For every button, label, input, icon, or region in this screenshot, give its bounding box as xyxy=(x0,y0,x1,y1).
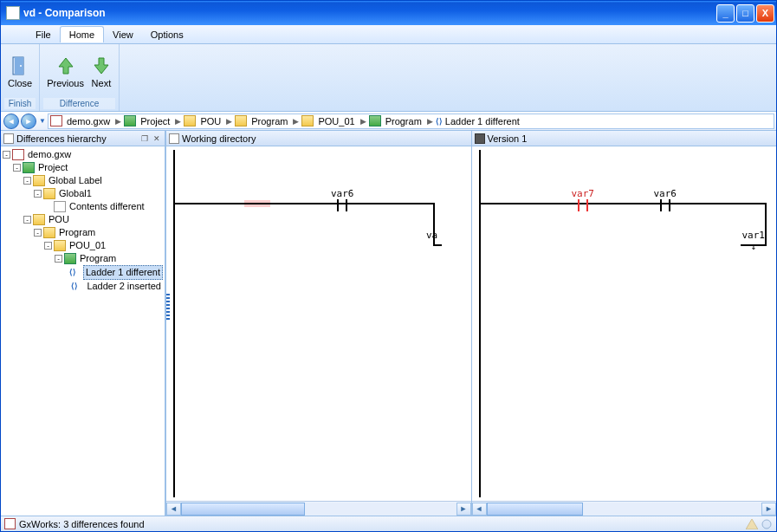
arrow-up-icon xyxy=(55,55,76,76)
project-icon xyxy=(124,115,136,127)
ladder-icon: ⟨⟩ xyxy=(436,117,443,126)
status-text: GxWorks: 3 differences found xyxy=(19,519,145,529)
tree-expander[interactable]: - xyxy=(34,190,42,198)
breadcrumb-bar: ◄ ► ▼ demo.gxw▶ Project▶ POU▶ Program▶ P… xyxy=(1,112,776,131)
door-close-icon xyxy=(10,55,30,76)
menu-file[interactable]: File xyxy=(27,27,60,42)
folder-icon xyxy=(301,115,314,127)
tree-item[interactable]: POU xyxy=(47,213,71,226)
ladder-contact: var6 xyxy=(331,188,354,211)
close-window-button[interactable]: X xyxy=(756,4,774,23)
tree-expander[interactable]: - xyxy=(3,151,10,159)
tree-expander[interactable]: - xyxy=(34,229,42,237)
warning-icon xyxy=(746,519,758,529)
breadcrumb-item[interactable]: Program xyxy=(383,116,424,127)
tree-item[interactable]: demo.gxw xyxy=(26,148,73,161)
folder-icon xyxy=(235,115,247,127)
breadcrumb-item[interactable]: Ladder 1 different xyxy=(443,116,522,127)
right-hscrollbar[interactable]: ◄ ► xyxy=(472,501,777,516)
breadcrumb-item[interactable]: POU xyxy=(197,116,223,127)
tree-item[interactable]: Program xyxy=(57,226,97,239)
tree-expander[interactable]: - xyxy=(55,255,62,263)
tree-item[interactable]: Contents different xyxy=(68,200,146,213)
ladder-icon: ⟨⟩ xyxy=(71,281,83,292)
folder-icon xyxy=(43,227,55,238)
scroll-right-button[interactable]: ► xyxy=(456,503,471,516)
info-icon xyxy=(761,519,773,529)
tree-item[interactable]: Project xyxy=(36,161,69,174)
breadcrumb-item[interactable]: Program xyxy=(249,116,290,127)
file-icon xyxy=(12,149,24,160)
breadcrumb-item[interactable]: POU_01 xyxy=(315,116,357,127)
menu-view[interactable]: View xyxy=(104,27,142,42)
tree-item[interactable]: POU_01 xyxy=(68,239,107,252)
app-icon xyxy=(6,6,20,20)
program-icon xyxy=(64,253,76,264)
svg-rect-1 xyxy=(15,57,23,75)
arrow-down-icon xyxy=(91,55,112,76)
svg-point-2 xyxy=(20,65,22,67)
tree-expander[interactable]: - xyxy=(44,242,52,250)
left-hscrollbar[interactable]: ◄ ► xyxy=(166,501,471,516)
right-pane-header[interactable]: Version 1 xyxy=(472,131,777,146)
tree-pane: Differences hierarchy ❐ ✕ -demo.gxw -Pro… xyxy=(1,131,165,516)
left-pane-header[interactable]: Working directory xyxy=(166,131,471,146)
folder-icon xyxy=(43,188,55,199)
menu-home[interactable]: Home xyxy=(60,26,104,42)
tree-pane-title: Differences hierarchy xyxy=(16,133,107,144)
tree-item[interactable]: Ladder 2 inserted xyxy=(85,280,163,293)
right-ladder-canvas[interactable]: var7 var6 var1 ↓ xyxy=(472,146,777,501)
hierarchy-icon xyxy=(3,133,14,144)
left-compare-pane: Working directory var6 va xyxy=(165,131,471,516)
scroll-left-button[interactable]: ◄ xyxy=(472,503,487,516)
next-button[interactable]: Next xyxy=(87,54,115,90)
folder-icon xyxy=(33,175,45,186)
folder-icon xyxy=(184,115,196,127)
ladder-output: var1 ↓ xyxy=(742,230,766,252)
status-icon xyxy=(4,518,16,529)
folder-icon xyxy=(33,214,45,225)
previous-button[interactable]: Previous xyxy=(43,54,87,90)
statusbar: GxWorks: 3 differences found xyxy=(1,516,776,531)
scroll-left-button[interactable]: ◄ xyxy=(166,503,181,516)
ladder-icon: ⟨⟩ xyxy=(69,267,81,278)
left-ladder-canvas[interactable]: var6 va xyxy=(166,146,471,501)
menu-options[interactable]: Options xyxy=(142,27,192,42)
right-pane-title: Version 1 xyxy=(488,133,528,144)
nav-back-button[interactable]: ◄ xyxy=(3,114,19,129)
pane-dock-button[interactable]: ❐ xyxy=(139,133,150,144)
folder-icon xyxy=(169,133,179,144)
tree-expander[interactable]: - xyxy=(23,216,31,224)
titlebar[interactable]: vd - Comparison _ □ X xyxy=(1,1,776,25)
maximize-button[interactable]: □ xyxy=(736,4,754,23)
ribbon-group-label: Difference xyxy=(43,98,115,109)
file-icon xyxy=(50,115,62,127)
scroll-right-button[interactable]: ► xyxy=(761,503,776,516)
window-title: vd - Comparison xyxy=(23,7,716,19)
right-compare-pane: Version 1 var7 var6 v xyxy=(471,131,777,516)
svg-point-3 xyxy=(762,520,771,529)
disk-icon xyxy=(475,133,485,144)
breadcrumb[interactable]: demo.gxw▶ Project▶ POU▶ Program▶ POU_01▶… xyxy=(48,114,774,129)
compare-area: Working directory var6 va xyxy=(165,131,776,516)
close-button[interactable]: Close xyxy=(4,54,36,90)
tree[interactable]: -demo.gxw -Project -Global Label -Global… xyxy=(1,146,165,516)
breadcrumb-item[interactable]: demo.gxw xyxy=(64,116,113,127)
nav-fwd-button[interactable]: ► xyxy=(21,114,36,129)
nav-history-button[interactable]: ▼ xyxy=(37,114,48,129)
tree-item[interactable]: Global Label xyxy=(47,174,104,187)
tree-item[interactable]: Global1 xyxy=(57,187,94,200)
app-window: vd - Comparison _ □ X File Home View Opt… xyxy=(0,0,777,532)
tree-item[interactable]: Program xyxy=(78,252,118,265)
minimize-button[interactable]: _ xyxy=(716,4,735,23)
tree-pane-header[interactable]: Differences hierarchy ❐ ✕ xyxy=(1,131,165,146)
tree-item-selected[interactable]: Ladder 1 different xyxy=(83,265,163,280)
workarea: Differences hierarchy ❐ ✕ -demo.gxw -Pro… xyxy=(1,131,776,516)
breadcrumb-item[interactable]: Project xyxy=(138,116,172,127)
pane-close-button[interactable]: ✕ xyxy=(152,133,162,144)
tree-expander[interactable]: - xyxy=(13,164,21,172)
program-icon xyxy=(369,115,381,127)
tree-expander[interactable]: - xyxy=(23,177,31,185)
ribbon: Close Finish Previous Next Difference xyxy=(1,44,776,112)
menubar: File Home View Options xyxy=(1,25,776,44)
